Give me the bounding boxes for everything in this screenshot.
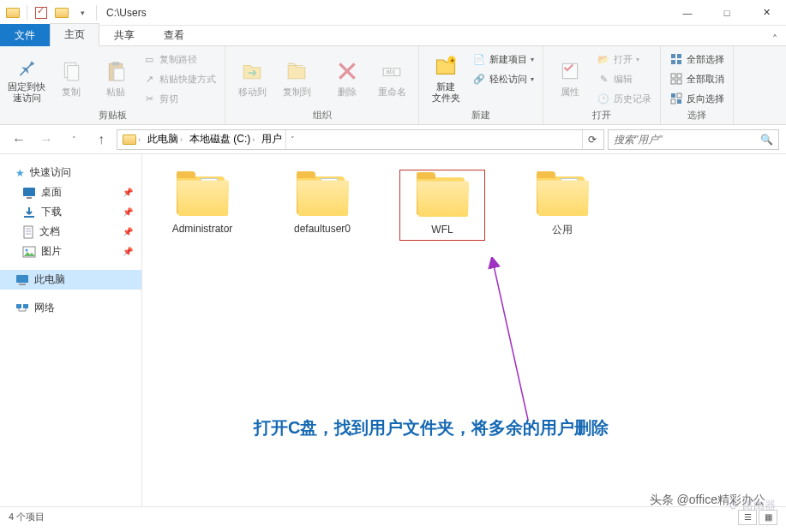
newfolder-icon: ✦ [432, 52, 459, 80]
svg-rect-31 [16, 275, 28, 283]
addressbar[interactable]: › 此电脑› 本地磁盘 (C:)› 用户 ˅ ⟳ [117, 129, 604, 150]
ribbon-collapse-icon[interactable]: ˄ [764, 33, 786, 45]
statusbar: 4 个项目 ☰ ▦ [0, 506, 786, 527]
sidebar-item-downloads[interactable]: 下载 📌 [0, 202, 141, 222]
path-icon: ▭ [142, 52, 156, 66]
sidebar-item-documents[interactable]: 文档 📌 [0, 222, 141, 242]
tab-file[interactable]: 文件 [0, 24, 50, 46]
quick-access-toolbar: ▾ [0, 3, 103, 22]
edit-icon: ✎ [597, 72, 610, 86]
svg-text:ab|: ab| [387, 69, 395, 76]
forward-button[interactable]: → [34, 129, 58, 150]
ribbon-group-organize: 移动到 复制到 删除 ab| 重命名 组织 [225, 46, 419, 124]
copy-path-button[interactable]: ▭ 复制路径 [139, 50, 219, 69]
svg-rect-4 [114, 69, 124, 81]
address-dropdown[interactable]: ˅ [285, 130, 299, 149]
search-input[interactable]: 🔍 [608, 129, 779, 150]
svg-rect-9 [562, 64, 577, 79]
copy-button[interactable]: 复制 [50, 48, 93, 108]
folder-item-highlighted[interactable]: WFL [399, 170, 485, 241]
svg-rect-25 [24, 226, 33, 238]
minimize-button[interactable]: — [668, 0, 707, 26]
group-label-clipboard: 剪贴板 [5, 108, 219, 123]
svg-rect-11 [677, 54, 681, 58]
history-button[interactable]: 🕑 历史记录 [593, 89, 655, 108]
annotation-text: 打开C盘，找到用户文件夹，将多余的用户删除 [254, 416, 609, 439]
pictures-icon [22, 246, 36, 258]
copy-icon [57, 57, 85, 85]
maximize-button[interactable]: □ [707, 0, 747, 26]
svg-point-30 [26, 248, 28, 251]
tab-share[interactable]: 共享 [99, 24, 149, 46]
group-label-organize: 组织 [231, 108, 413, 123]
properties-button[interactable]: 属性 [549, 48, 591, 108]
properties-icon [556, 57, 584, 85]
cut-button[interactable]: ✂ 剪切 [139, 89, 219, 108]
folder-item[interactable]: 公用 [519, 170, 605, 241]
svg-rect-17 [677, 80, 681, 84]
content-pane[interactable]: Administrator defaultuser0 WFL 公用 打开C盘，找… [142, 154, 786, 506]
sidebar-item-quickaccess[interactable]: ★ 快速访问 [0, 163, 141, 182]
svg-rect-33 [16, 304, 21, 308]
folder-item[interactable]: defaultuser0 [279, 170, 365, 241]
edit-button[interactable]: ✎ 编辑 [593, 69, 655, 88]
newitem-button[interactable]: 📄 新建项目 ▾ [469, 50, 537, 69]
svg-rect-16 [671, 80, 675, 84]
copyto-icon [283, 57, 310, 85]
svg-rect-12 [671, 60, 675, 64]
moveto-button[interactable]: 移动到 [231, 48, 273, 108]
breadcrumb-drive[interactable]: 本地磁盘 (C:)› [186, 130, 258, 149]
qat-dropdown-icon[interactable]: ▾ [73, 3, 92, 22]
downloads-icon [22, 206, 36, 218]
selectnone-button[interactable]: 全部取消 [666, 69, 728, 88]
svg-rect-23 [27, 197, 32, 199]
breadcrumb-users[interactable]: 用户 [258, 130, 285, 149]
easyaccess-button[interactable]: 🔗 轻松访问 ▾ [469, 69, 537, 88]
sidebar-item-thispc[interactable]: 此电脑 [0, 270, 141, 290]
pin-icon: 📌 [123, 227, 133, 236]
folder-icon[interactable]: › [119, 130, 144, 149]
sidebar-item-pictures[interactable]: 图片 📌 [0, 242, 141, 261]
search-field[interactable] [614, 134, 760, 146]
group-label-open: 打开 [549, 108, 655, 123]
sidebar-item-desktop[interactable]: 桌面 📌 [0, 182, 141, 202]
network-icon [15, 302, 29, 314]
copyto-button[interactable]: 复制到 [275, 48, 318, 108]
paste-shortcut-button[interactable]: ↗ 粘贴快捷方式 [139, 69, 219, 88]
search-icon[interactable]: 🔍 [760, 134, 773, 146]
svg-rect-10 [671, 54, 675, 58]
delete-button[interactable]: 删除 [326, 48, 369, 108]
tab-home[interactable]: 主页 [50, 23, 99, 46]
svg-rect-13 [677, 60, 681, 64]
open-button[interactable]: 📂 打开 ▾ [593, 50, 655, 69]
ribbon: 固定到快 速访问 复制 粘贴 ▭ 复制路径 ↗ 粘贴快捷方式 [0, 46, 786, 125]
back-button[interactable]: ← [7, 129, 31, 150]
selectnone-icon [669, 72, 683, 86]
invert-button[interactable]: 反向选择 [666, 89, 728, 108]
svg-rect-34 [23, 304, 28, 308]
folder-icon[interactable] [52, 3, 71, 22]
up-button[interactable]: ↑ [89, 129, 113, 150]
breadcrumb-thispc[interactable]: 此电脑› [144, 130, 186, 149]
close-button[interactable]: ✕ [747, 0, 786, 26]
tab-view[interactable]: 查看 [149, 24, 199, 46]
pin-to-quickaccess-button[interactable]: 固定到快 速访问 [5, 48, 48, 108]
pin-icon: 📌 [123, 207, 133, 217]
folder-icon [415, 174, 470, 218]
properties-qat-icon[interactable] [32, 3, 51, 22]
recent-dropdown[interactable]: ˅ [62, 129, 86, 150]
paste-button[interactable]: 粘贴 [94, 48, 137, 108]
titlebar: ▾ C:\Users — □ ✕ [0, 0, 786, 26]
selectall-button[interactable]: 全部选择 [666, 50, 728, 69]
sidebar-item-network[interactable]: 网络 [0, 298, 141, 318]
folder-label: 公用 [552, 223, 573, 237]
window-controls: — □ ✕ [668, 0, 786, 26]
refresh-button[interactable]: ⟳ [582, 130, 602, 149]
newfolder-button[interactable]: ✦ 新建 文件夹 [424, 48, 467, 108]
svg-rect-1 [68, 66, 79, 81]
svg-rect-19 [677, 93, 681, 98]
pin-icon: 📌 [123, 247, 133, 256]
folder-icon[interactable] [3, 3, 22, 22]
folder-item[interactable]: Administrator [159, 170, 245, 241]
rename-button[interactable]: ab| 重命名 [370, 48, 413, 108]
